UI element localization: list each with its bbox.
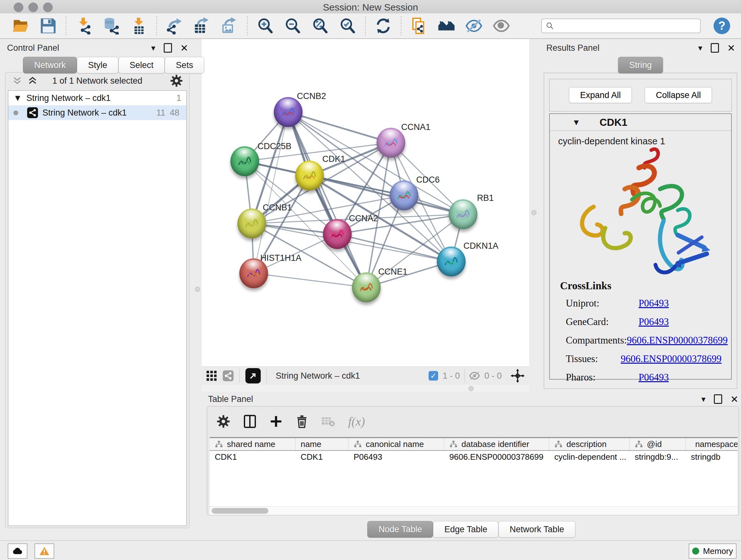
- export-network-icon[interactable]: [165, 16, 185, 36]
- crosslink-link[interactable]: 9606.ENSP00000378699: [621, 353, 722, 365]
- save-session-icon[interactable]: [38, 16, 58, 36]
- collapse-panel-icon[interactable]: ▾: [151, 43, 155, 53]
- network-node-CCNE1[interactable]: [352, 272, 381, 302]
- float-panel-icon[interactable]: [164, 43, 172, 53]
- column-header-description[interactable]: description: [549, 438, 630, 450]
- left-splitter-handle[interactable]: [195, 287, 200, 292]
- search-input[interactable]: [554, 21, 696, 31]
- network-row[interactable]: String Network – cdk1 11 48: [8, 105, 186, 120]
- hidden-indicator-icon[interactable]: [469, 371, 480, 380]
- tab-sets[interactable]: Sets: [165, 57, 204, 73]
- zoom-selected-icon[interactable]: [338, 16, 357, 36]
- table-cell[interactable]: P06493: [348, 451, 444, 463]
- table-cell[interactable]: 9606.ENSP00000378699: [444, 451, 549, 463]
- right-splitter-handle[interactable]: [531, 210, 536, 215]
- clone-network-icon[interactable]: [409, 16, 429, 36]
- table-gear-icon[interactable]: [217, 415, 230, 428]
- horizontal-splitter-handle[interactable]: [468, 386, 474, 391]
- table-cell[interactable]: CDK1: [210, 451, 295, 463]
- network-node-CCNA1[interactable]: [377, 128, 405, 158]
- search-box[interactable]: [541, 18, 701, 33]
- horizontal-splitter[interactable]: [202, 385, 529, 392]
- node-label-CDK1: CDK1: [322, 154, 345, 164]
- close-panel-icon[interactable]: ✕: [731, 394, 738, 405]
- network-node-CCNB2[interactable]: [274, 97, 302, 127]
- network-node-CCNB1[interactable]: [238, 208, 266, 239]
- show-columns-icon[interactable]: [244, 415, 256, 428]
- crosslink-link[interactable]: P06493: [638, 372, 669, 383]
- column-header-canonical-name[interactable]: canonical name: [348, 438, 444, 450]
- add-column-icon[interactable]: [270, 415, 282, 428]
- results-panel: Results Panel ▾ ✕ String Expand All Coll…: [542, 42, 738, 389]
- zoom-in-icon[interactable]: [255, 16, 275, 36]
- network-node-CDKN1A[interactable]: [437, 246, 466, 276]
- import-network-file-icon[interactable]: [74, 16, 94, 36]
- table-panel: Table Panel ▾ ✕ f(x) shared namenamecano…: [202, 393, 741, 540]
- table-cell[interactable]: stringdb:9...: [630, 451, 686, 463]
- crosslink-link[interactable]: P06493: [638, 298, 669, 309]
- table-row[interactable]: CDK1CDK1P064939606.ENSP00000378699cyclin…: [210, 451, 738, 463]
- tab-network-table[interactable]: Network Table: [498, 521, 576, 538]
- memory-button[interactable]: Memory: [689, 543, 737, 559]
- zoom-fit-icon[interactable]: [310, 16, 330, 36]
- column-header-shared-name[interactable]: shared name: [210, 438, 295, 450]
- zoom-out-icon[interactable]: [283, 16, 302, 36]
- warnings-button[interactable]: [35, 543, 54, 559]
- expand-all-button[interactable]: Expand All: [569, 87, 632, 103]
- tab-network[interactable]: Network: [23, 57, 77, 73]
- network-node-CDK1[interactable]: [295, 161, 324, 191]
- open-session-icon[interactable]: [11, 16, 30, 36]
- single-view-icon[interactable]: [223, 370, 233, 381]
- network-node-RB1[interactable]: [449, 199, 477, 229]
- tab-edge-table[interactable]: Edge Table: [433, 521, 498, 538]
- gear-icon[interactable]: [170, 74, 183, 87]
- first-neighbors-icon[interactable]: [436, 16, 456, 36]
- selected-indicator-checkbox[interactable]: ✓: [428, 371, 438, 381]
- collapse-gene-icon[interactable]: ▼: [572, 118, 581, 127]
- pan-tool-icon[interactable]: [511, 369, 525, 383]
- table-cell[interactable]: cyclin-dependent ...: [549, 451, 630, 463]
- tab-node-table[interactable]: Node Table: [367, 521, 433, 538]
- tab-style[interactable]: Style: [77, 57, 118, 73]
- main-toolbar: ?: [0, 13, 741, 39]
- close-panel-icon[interactable]: ✕: [180, 43, 188, 54]
- network-node-CDC6[interactable]: [390, 180, 418, 210]
- float-panel-icon[interactable]: [714, 394, 722, 404]
- table-hscrollbar[interactable]: [210, 506, 738, 515]
- close-panel-icon[interactable]: ✕: [727, 43, 735, 54]
- network-node-CCNA2[interactable]: [323, 219, 352, 249]
- network-node-CDC25B[interactable]: [230, 146, 259, 176]
- crosslink-link[interactable]: P06493: [638, 316, 669, 327]
- collapse-panel-icon[interactable]: ▾: [698, 43, 702, 53]
- help-icon[interactable]: ?: [714, 17, 730, 34]
- grid-view-icon[interactable]: [206, 370, 217, 381]
- column-header--id[interactable]: @id: [630, 438, 686, 450]
- float-panel-icon[interactable]: [711, 43, 719, 53]
- table-cell[interactable]: CDK1: [295, 451, 348, 463]
- network-canvas[interactable]: CCNB2 CCNA1 CDC25B CDK1 CDC6 RB1 CCNB1 C…: [202, 39, 529, 367]
- table-cell[interactable]: stringdb: [686, 451, 738, 463]
- import-table-file-icon[interactable]: [129, 16, 149, 36]
- cloud-status-button[interactable]: [8, 543, 27, 559]
- hide-selected-icon[interactable]: [464, 16, 484, 36]
- collapse-all-button[interactable]: Collapse All: [645, 87, 712, 103]
- export-image-icon[interactable]: [219, 16, 239, 36]
- collapse-panel-icon[interactable]: ▾: [701, 394, 705, 404]
- tab-string[interactable]: String: [618, 57, 663, 73]
- table-hscrollbar-thumb[interactable]: [212, 508, 268, 514]
- column-header-namespace[interactable]: namespace: [686, 438, 738, 450]
- network-collection-row[interactable]: ▼ String Network – cdk1 1: [8, 91, 186, 105]
- column-header-database-identifier[interactable]: database identifier: [444, 438, 549, 450]
- column-header-name[interactable]: name: [295, 438, 348, 450]
- network-label: String Network – cdk1: [43, 108, 127, 118]
- show-all-icon[interactable]: [491, 16, 511, 36]
- export-table-icon[interactable]: [192, 16, 212, 36]
- tab-select[interactable]: Select: [118, 57, 165, 73]
- gene-card-header[interactable]: ▼ CDK1: [550, 114, 731, 131]
- refresh-view-icon[interactable]: [374, 16, 393, 36]
- import-network-database-icon[interactable]: [102, 16, 121, 36]
- tree-expander-icon[interactable]: ▼: [13, 93, 22, 103]
- delete-column-icon[interactable]: [296, 415, 308, 428]
- birds-eye-view-icon[interactable]: [246, 368, 261, 383]
- crosslink-link[interactable]: 9606.ENSP00000378699: [627, 334, 728, 346]
